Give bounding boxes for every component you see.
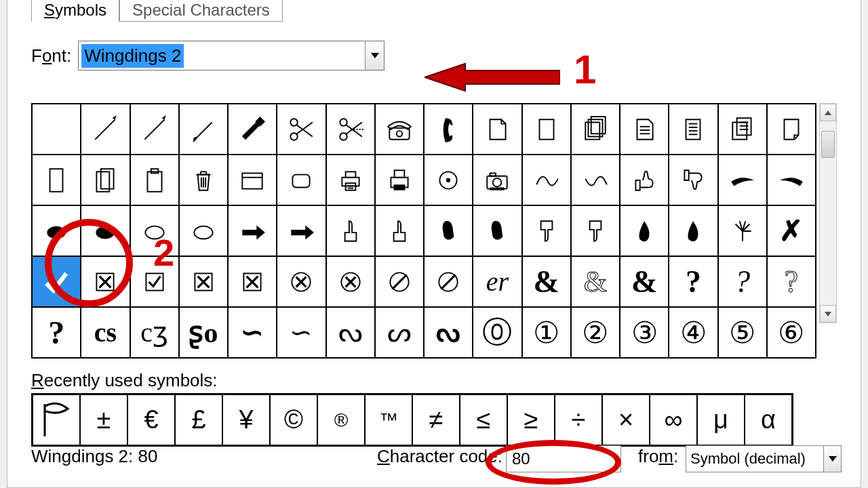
- symbol-cell[interactable]: [620, 205, 669, 256]
- symbol-cell[interactable]: ③: [620, 307, 669, 358]
- symbol-cell[interactable]: ①: [522, 307, 571, 358]
- symbol-cell[interactable]: [571, 104, 620, 155]
- recent-symbol-cell[interactable]: α: [745, 394, 792, 445]
- symbol-cell[interactable]: ∽: [228, 307, 277, 358]
- symbol-cell[interactable]: ?: [718, 256, 767, 307]
- symbol-cell[interactable]: ⑤: [718, 307, 767, 358]
- symbol-cell[interactable]: [473, 205, 521, 256]
- symbol-cell[interactable]: [767, 155, 816, 205]
- symbol-cell[interactable]: [620, 155, 669, 205]
- symbol-cell[interactable]: [228, 205, 277, 256]
- symbol-cell[interactable]: er: [473, 256, 521, 307]
- symbol-cell[interactable]: [473, 104, 521, 155]
- symbol-cell[interactable]: [571, 205, 620, 256]
- symbol-cell[interactable]: [669, 155, 717, 205]
- recent-symbol-cell[interactable]: ÷: [555, 394, 602, 445]
- symbol-cell[interactable]: ᔓ: [326, 307, 375, 358]
- recent-symbol-cell[interactable]: ©: [270, 394, 317, 445]
- recent-symbol-cell[interactable]: ∞: [650, 394, 697, 445]
- symbol-cell[interactable]: [424, 256, 473, 307]
- symbol-cell[interactable]: [326, 205, 375, 256]
- symbol-cell[interactable]: [228, 104, 277, 155]
- recent-symbol-cell[interactable]: £: [175, 394, 222, 445]
- recent-symbol-cell[interactable]: ¥: [222, 394, 270, 445]
- symbol-cell[interactable]: [130, 104, 179, 155]
- recent-symbol-cell[interactable]: ±: [80, 394, 127, 445]
- symbol-cell[interactable]: ʂo: [179, 307, 228, 358]
- symbol-cell[interactable]: [473, 155, 521, 205]
- symbol-cell[interactable]: [277, 256, 326, 307]
- symbol-cell[interactable]: cʒ: [130, 307, 179, 358]
- symbol-cell[interactable]: [522, 155, 571, 205]
- symbol-cell[interactable]: [424, 155, 473, 205]
- symbol-cell[interactable]: ✗: [767, 205, 816, 256]
- symbol-cell[interactable]: [767, 104, 816, 155]
- symbol-cell[interactable]: [32, 104, 81, 155]
- symbol-cell[interactable]: [522, 205, 571, 256]
- symbol-cell[interactable]: ④: [669, 307, 717, 358]
- symbol-cell[interactable]: [179, 256, 228, 307]
- symbol-cell[interactable]: ?: [669, 256, 717, 307]
- symbol-cell[interactable]: &: [571, 256, 620, 307]
- symbol-cell[interactable]: ⑥: [767, 307, 816, 358]
- recent-symbol-cell[interactable]: ®: [317, 394, 365, 445]
- symbol-cell[interactable]: ②: [571, 307, 620, 358]
- symbol-cell[interactable]: ᔓ: [424, 307, 473, 358]
- recent-symbol-cell[interactable]: ™: [365, 394, 412, 445]
- symbol-cell[interactable]: &: [522, 256, 571, 307]
- symbol-cell[interactable]: &: [620, 256, 669, 307]
- symbol-cell[interactable]: [326, 104, 375, 155]
- recent-symbol-cell[interactable]: ≤: [460, 394, 507, 445]
- symbol-cell[interactable]: [277, 205, 326, 256]
- symbol-cell[interactable]: ?: [32, 307, 81, 358]
- symbol-cell[interactable]: [81, 155, 130, 205]
- symbol-cell[interactable]: [522, 104, 571, 155]
- symbol-cell[interactable]: [620, 104, 669, 155]
- recent-symbol-cell[interactable]: [33, 394, 80, 445]
- symbol-cell[interactable]: ᔕ: [375, 307, 424, 358]
- symbol-cell[interactable]: cs: [81, 307, 130, 358]
- symbol-cell[interactable]: [375, 256, 424, 307]
- symbol-cell[interactable]: [375, 104, 424, 155]
- recent-symbol-cell[interactable]: ≥: [507, 394, 555, 445]
- symbol-cell[interactable]: [669, 104, 717, 155]
- scrollbar-thumb[interactable]: [821, 131, 835, 158]
- recent-symbol-cell[interactable]: €: [127, 394, 175, 445]
- symbol-cell[interactable]: ∽: [277, 307, 326, 358]
- symbol-cell[interactable]: ?: [767, 256, 816, 307]
- symbol-cell[interactable]: [326, 155, 375, 205]
- tab-symbols[interactable]: Symbols: [31, 0, 119, 22]
- symbol-cell[interactable]: [424, 104, 473, 155]
- symbol-cell[interactable]: ⓪: [473, 307, 521, 358]
- scroll-down-button[interactable]: [820, 305, 836, 323]
- symbol-cell[interactable]: [718, 104, 767, 155]
- symbol-cell[interactable]: [718, 205, 767, 256]
- tab-special-characters[interactable]: Special Characters: [119, 0, 283, 22]
- symbol-cell[interactable]: [277, 155, 326, 205]
- symbol-cell[interactable]: [669, 205, 717, 256]
- from-select-dropdown-button[interactable]: [823, 446, 841, 472]
- symbol-cell[interactable]: [326, 256, 375, 307]
- symbol-cell[interactable]: [571, 155, 620, 205]
- symbol-cell[interactable]: [718, 155, 767, 205]
- symbol-cell[interactable]: [277, 104, 326, 155]
- recent-symbol-cell[interactable]: ≠: [412, 394, 460, 445]
- symbol-cell[interactable]: [228, 256, 277, 307]
- symbol-cell[interactable]: [375, 205, 424, 256]
- symbol-cell[interactable]: [32, 155, 81, 205]
- font-select-dropdown-button[interactable]: [365, 41, 384, 70]
- symbol-cell[interactable]: [375, 155, 424, 205]
- symbol-cell[interactable]: [228, 155, 277, 205]
- recent-symbol-cell[interactable]: ×: [602, 394, 650, 445]
- symbol-cell[interactable]: [130, 155, 179, 205]
- grid-scrollbar[interactable]: [819, 103, 837, 323]
- symbol-cell[interactable]: [179, 104, 228, 155]
- font-select[interactable]: Wingdings 2: [78, 41, 384, 70]
- scroll-up-button[interactable]: [820, 104, 836, 121]
- symbol-cell[interactable]: [179, 155, 228, 205]
- recent-symbol-cell[interactable]: μ: [697, 394, 745, 445]
- symbol-cell[interactable]: [424, 205, 473, 256]
- from-select[interactable]: Symbol (decimal): [686, 445, 842, 472]
- symbol-cell[interactable]: [179, 205, 228, 256]
- symbol-cell[interactable]: [81, 104, 130, 155]
